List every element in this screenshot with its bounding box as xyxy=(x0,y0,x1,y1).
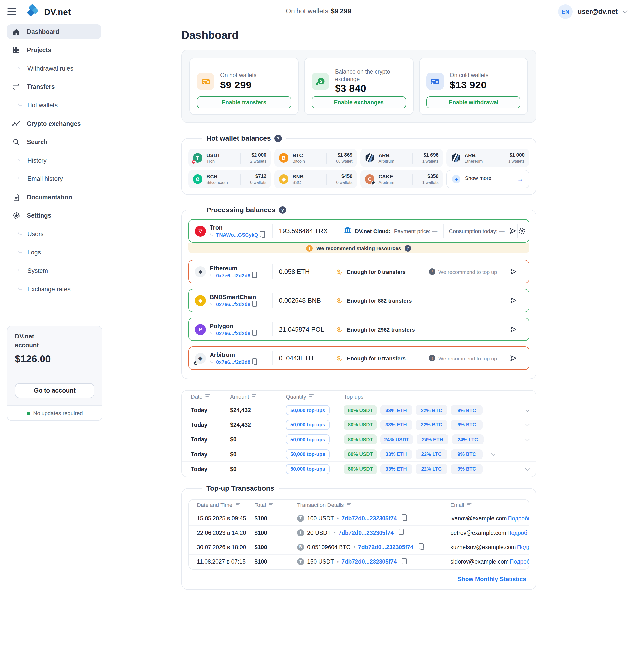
tx-hash-link[interactable]: 7db72d0...232305f74 xyxy=(342,559,397,565)
wallet-address-link[interactable]: 0x7e6...f2d2d8 xyxy=(216,273,250,278)
help-icon[interactable]: ? xyxy=(279,206,287,214)
sidebar-item-crypto-exchanges[interactable]: Crypto exchanges xyxy=(7,116,102,131)
gear-icon xyxy=(518,227,526,235)
copy-icon[interactable] xyxy=(400,530,404,535)
send-button[interactable] xyxy=(503,325,525,333)
coin-symbol: BNB xyxy=(292,174,322,179)
quantity-chip: 50,000 top-ups xyxy=(286,420,330,430)
arbitrum-coin-icon xyxy=(365,153,375,163)
sidebar-item-users[interactable]: Users xyxy=(7,226,102,241)
bitcoin-coin-icon: B xyxy=(297,544,304,550)
hot-wallet-card-btc-bitcoin[interactable]: B BTCBitcoin $1 86968 wallet xyxy=(274,149,357,167)
row-date: Today xyxy=(191,437,207,442)
help-icon[interactable]: ? xyxy=(405,245,411,251)
details-link[interactable]: Подробнее xyxy=(517,544,529,550)
details-link[interactable]: Подробнее xyxy=(508,515,529,521)
show-monthly-statistics-link[interactable]: Show Monthly Statistics xyxy=(192,575,526,582)
sidebar-item-history[interactable]: History xyxy=(7,153,102,167)
transaction-row: 22.06.2023 в 14:20 $100 T 20 USDT • 7db7… xyxy=(189,526,529,540)
copy-icon[interactable] xyxy=(254,360,258,365)
sidebar-item-transfers[interactable]: Transfers xyxy=(7,79,102,94)
details-link[interactable]: Подробнее xyxy=(510,559,529,565)
sidebar-item-dashboard[interactable]: Dashboard xyxy=(7,24,102,39)
enable-exchanges-button[interactable]: Enable exchanges xyxy=(312,96,406,108)
coin-network: Bitcoincash xyxy=(206,180,236,185)
sidebar-item-projects[interactable]: Projects xyxy=(7,43,102,57)
hot-wallet-card-cake-arbitrum[interactable]: C◢ CAKEArbitrum $3501 wallets xyxy=(361,170,443,188)
details-link[interactable]: Подробнее xyxy=(507,530,529,535)
hot-wallet-balances-panel: Hot wallet balances ? T USDTTron $2 0002… xyxy=(181,138,536,195)
row-amount: $24,432 xyxy=(230,422,251,428)
row-amount: $0 xyxy=(230,437,237,442)
send-button[interactable] xyxy=(509,226,517,235)
hot-wallet-card-usdt-tron[interactable]: T USDTTron $2 0002 wallets xyxy=(188,149,271,167)
row-amount: $0 xyxy=(230,466,237,472)
settings-button[interactable] xyxy=(518,227,526,235)
copy-icon[interactable] xyxy=(254,331,258,336)
copy-icon[interactable] xyxy=(420,545,424,549)
sidebar-item-documentation[interactable]: Documentation xyxy=(7,190,102,204)
hot-wallet-card-arb-ethereum[interactable]: ◆ ARBEthereum $1 0001 wallets xyxy=(447,149,529,167)
sort-icon[interactable] xyxy=(235,503,240,507)
copy-icon[interactable] xyxy=(254,302,258,307)
sort-icon[interactable] xyxy=(309,394,314,399)
sort-icon[interactable] xyxy=(252,394,256,399)
sort-icon[interactable] xyxy=(347,503,351,507)
wallet-address-link[interactable]: 0x7e6...f2d2d8 xyxy=(216,330,250,336)
wallet-address-link[interactable]: TNAWo...GSCykQ xyxy=(216,232,258,238)
send-button[interactable] xyxy=(503,354,525,362)
send-button[interactable] xyxy=(503,268,525,276)
copy-icon[interactable] xyxy=(262,232,266,237)
wallet-amount: $1 869 xyxy=(331,152,353,158)
copy-icon[interactable] xyxy=(403,559,407,564)
tx-hash-link[interactable]: 7db72d0...232305f74 xyxy=(342,515,397,521)
language-badge[interactable]: EN xyxy=(558,4,572,19)
enable-withdrawal-button[interactable]: Enable withdrawal xyxy=(426,96,521,108)
hamburger-menu-icon[interactable] xyxy=(7,8,16,17)
sidebar-item-hot-wallets[interactable]: Hot wallets xyxy=(7,98,102,112)
help-icon[interactable]: ? xyxy=(274,134,282,142)
quantity-chip: 50,000 top-ups xyxy=(286,435,330,444)
sidebar-item-label: Dashboard xyxy=(27,28,59,35)
sort-icon[interactable] xyxy=(467,503,472,507)
enable-transfers-button[interactable]: Enable transfers xyxy=(197,96,291,108)
hot-wallet-card-bnb-bsc[interactable]: ◆ BNBBSC $4500 wallets xyxy=(274,170,357,188)
expand-row-button[interactable] xyxy=(518,468,535,470)
topup-chip: 33% ETH xyxy=(380,420,412,430)
user-menu[interactable]: EN user@dv.net xyxy=(558,4,626,19)
topup-chip: 33% ETH xyxy=(380,405,412,415)
sort-icon[interactable] xyxy=(205,394,210,399)
sidebar-item-logs[interactable]: Logs xyxy=(7,245,102,259)
chevron-down-icon[interactable] xyxy=(491,452,495,456)
sidebar-item-exchange-rates[interactable]: Exchange rates xyxy=(7,282,102,296)
top-header: DV.net On hot wallets$9 299 EN user@dv.n… xyxy=(0,0,637,24)
copy-icon[interactable] xyxy=(254,273,258,278)
sidebar-item-withdrawal-rules[interactable]: Withdrawal rules xyxy=(7,61,102,75)
expand-row-button[interactable] xyxy=(518,423,535,426)
hot-wallet-card-bch-bitcoincash[interactable]: B BCHBitcoincash $7120 wallets xyxy=(188,170,271,188)
tx-hash-link[interactable]: 7db72d0...232305f74 xyxy=(339,530,394,535)
hot-wallet-card-arb-arbitrum[interactable]: ARBArbitrum $1 6961 wallets xyxy=(361,149,443,167)
expand-row-button[interactable] xyxy=(518,409,535,412)
summary-card-exchange-balance: $ Balance on the crypto exchange $3 840 … xyxy=(304,58,414,115)
sidebar-item-search[interactable]: Search xyxy=(7,135,102,149)
tree-corner-icon xyxy=(18,285,22,290)
send-icon xyxy=(510,325,518,333)
expand-row-button[interactable] xyxy=(518,438,535,441)
topup-chip: 9% BTC xyxy=(451,449,483,459)
sidebar-item-system[interactable]: System xyxy=(7,264,102,278)
brand-logo[interactable]: DV.net xyxy=(26,4,71,21)
go-to-account-button[interactable]: Go to account xyxy=(15,383,94,398)
send-button[interactable] xyxy=(503,296,525,305)
sidebar-item-settings[interactable]: Settings xyxy=(7,208,102,223)
sort-icon[interactable] xyxy=(269,503,274,507)
copy-icon[interactable] xyxy=(403,516,407,521)
tx-datetime: 15.05.2025 в 09:45 xyxy=(197,515,246,521)
topup-chip: 9% BTC xyxy=(451,420,483,430)
wallet-address-link[interactable]: 0x7e6...f2d2d8 xyxy=(216,359,250,365)
tx-hash-link[interactable]: 7db72d0...232305f74 xyxy=(358,544,414,550)
wallet-address-link[interactable]: 0x7e6...f2d2d8 xyxy=(216,302,250,307)
sidebar-item-email-history[interactable]: Email history xyxy=(7,171,102,186)
table-row: Today $0 50,000 top-ups 80% USDT 24% USD… xyxy=(182,432,535,447)
show-more-wallets-button[interactable]: + Show more → xyxy=(447,170,529,188)
